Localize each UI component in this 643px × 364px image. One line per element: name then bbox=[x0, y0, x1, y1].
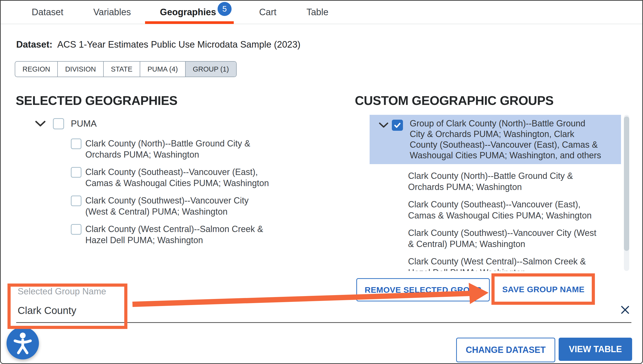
puma-group-label: PUMA bbox=[71, 119, 97, 129]
selected-geographies-tree: PUMA Clark County (North)--Battle Ground… bbox=[35, 118, 328, 252]
group-name-input-label: Selected Group Name bbox=[18, 286, 106, 296]
mdat-geographies-page: Dataset Variables Geographies 5 Cart Tab… bbox=[0, 0, 643, 364]
group-member-item[interactable]: Clark County (Southwest)--Vancouver City… bbox=[408, 228, 624, 250]
dataset-summary: Dataset:ACS 1-Year Estimates Public Use … bbox=[16, 40, 300, 50]
group-name-input[interactable]: Clark County bbox=[18, 305, 76, 316]
tab-geographies-label: Geographies bbox=[160, 7, 216, 18]
geography-item[interactable]: Clark County (West Central)--Salmon Cree… bbox=[71, 224, 328, 246]
geo-level-tabs: REGION DIVISION STATE PUMA (4) GROUP (1) bbox=[15, 61, 237, 77]
geo-level-group[interactable]: GROUP (1) bbox=[185, 62, 236, 76]
geography-checkbox[interactable] bbox=[71, 196, 82, 206]
custom-groups-list: Group of Clark County (North)--Battle Gr… bbox=[370, 115, 624, 271]
dataset-label: Dataset: bbox=[16, 40, 52, 50]
change-dataset-button[interactable]: CHANGE DATASET bbox=[456, 338, 555, 362]
custom-groups-heading: CUSTOM GEOGRAPHIC GROUPS bbox=[355, 93, 554, 108]
geography-item-label: Clark County (Southwest)--Vancouver City… bbox=[85, 195, 249, 217]
top-nav: Dataset Variables Geographies 5 Cart Tab… bbox=[1, 1, 642, 24]
group-member-item[interactable]: Clark County (West Central)--Salmon Cree… bbox=[408, 256, 624, 271]
geo-level-state[interactable]: STATE bbox=[103, 62, 140, 76]
puma-tree-root: PUMA bbox=[35, 118, 328, 129]
accessibility-button[interactable] bbox=[6, 327, 39, 360]
group-member-item[interactable]: Clark County (North)--Battle Ground City… bbox=[408, 170, 624, 193]
selected-custom-group-label: Group of Clark County (North)--Battle Gr… bbox=[410, 118, 621, 161]
chevron-down-icon[interactable] bbox=[35, 120, 46, 127]
tab-variables[interactable]: Variables bbox=[93, 0, 131, 24]
selected-geographies-heading: SELECTED GEOGRAPHIES bbox=[16, 93, 178, 108]
geography-item[interactable]: Clark County (Southeast)--Vancouver (Eas… bbox=[71, 166, 328, 189]
geo-level-region[interactable]: REGION bbox=[15, 62, 57, 76]
geography-item-label: Clark County (North)--Battle Ground City… bbox=[85, 138, 250, 160]
custom-groups-scrollbar-track[interactable] bbox=[624, 115, 629, 271]
accessibility-person-icon bbox=[11, 331, 34, 356]
geo-level-division[interactable]: DIVISION bbox=[57, 62, 103, 76]
geography-item-label: Clark County (West Central)--Salmon Cree… bbox=[85, 224, 263, 246]
geo-level-puma[interactable]: PUMA (4) bbox=[140, 62, 185, 76]
geography-item[interactable]: Clark County (Southwest)--Vancouver City… bbox=[71, 195, 328, 217]
tab-dataset[interactable]: Dataset bbox=[32, 0, 63, 24]
close-icon[interactable] bbox=[620, 304, 631, 316]
tab-cart[interactable]: Cart bbox=[259, 0, 276, 24]
custom-groups-scrollbar-thumb[interactable] bbox=[624, 116, 629, 251]
dataset-value: ACS 1-Year Estimates Public Use Microdat… bbox=[57, 40, 300, 50]
geography-checkbox[interactable] bbox=[71, 138, 82, 149]
save-group-name-button[interactable]: SAVE GROUP NAME bbox=[495, 277, 592, 302]
geography-item[interactable]: Clark County (North)--Battle Ground City… bbox=[71, 138, 328, 160]
remove-selected-group-button[interactable]: REMOVE SELECTED GROUP bbox=[356, 278, 490, 302]
view-table-button[interactable]: VIEW TABLE bbox=[559, 338, 632, 361]
selected-custom-group-row[interactable]: Group of Clark County (North)--Battle Gr… bbox=[370, 115, 621, 164]
puma-group-checkbox[interactable] bbox=[53, 118, 64, 129]
geography-checkbox[interactable] bbox=[71, 224, 82, 235]
geography-checkbox[interactable] bbox=[71, 167, 82, 178]
tab-table[interactable]: Table bbox=[306, 0, 328, 24]
group-member-item[interactable]: Clark County (Southeast)--Vancouver (Eas… bbox=[408, 199, 624, 221]
custom-group-checkbox-checked[interactable] bbox=[392, 120, 403, 131]
chevron-down-icon[interactable] bbox=[379, 122, 388, 128]
geographies-count-badge: 5 bbox=[218, 2, 232, 16]
group-name-input-underline bbox=[16, 322, 632, 323]
tab-geographies[interactable]: Geographies 5 bbox=[160, 0, 216, 24]
check-icon bbox=[394, 121, 401, 129]
geography-item-label: Clark County (Southeast)--Vancouver (Eas… bbox=[85, 166, 269, 189]
